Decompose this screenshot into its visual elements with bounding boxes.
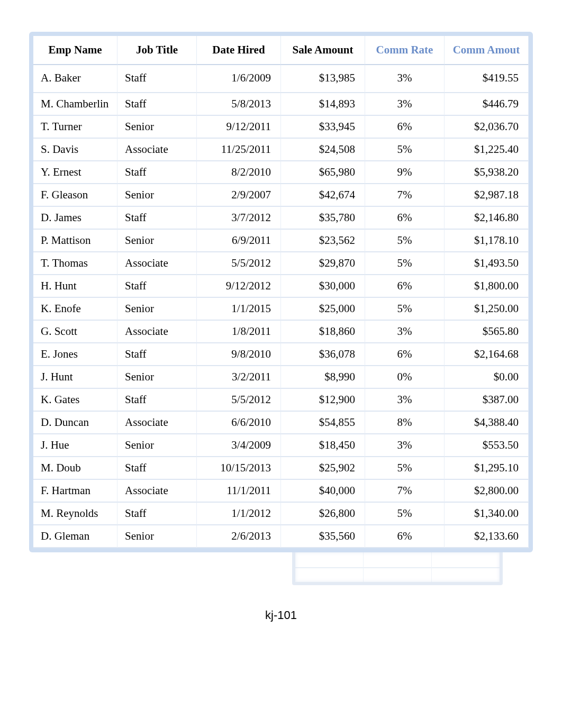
table-row: S. DavisAssociate11/25/2011$24,5085%$1,2… [33,139,529,161]
cell-comm-rate: 5% [365,503,445,525]
header-job-title: Job Title [117,36,197,65]
cell-comm-amount: $2,987.18 [445,184,529,207]
cell-date-hired: 9/12/2012 [197,275,281,298]
cell-comm-rate: 6% [365,207,445,230]
cell-sale-amount: $25,000 [281,298,365,321]
cell-comm-amount: $419.55 [445,65,529,93]
cell-job-title: Associate [117,412,197,434]
cell-comm-amount: $2,164.68 [445,343,529,366]
page-footer-label: kj-101 [29,585,533,622]
cell-sale-amount: $54,855 [281,412,365,434]
cell-sale-amount: $65,980 [281,161,365,184]
cell-sale-amount: $14,893 [281,93,365,116]
cell-comm-amount: $387.00 [445,389,529,412]
table-row: H. HuntStaff9/12/2012$30,0006%$1,800.00 [33,275,529,298]
cell-comm-amount: $2,133.60 [445,525,529,548]
cell-emp-name: Y. Ernest [33,161,117,184]
cell-date-hired: 2/6/2013 [197,525,281,548]
cell-job-title: Senior [117,366,197,389]
cell-emp-name: S. Davis [33,139,117,161]
cell-comm-rate: 5% [365,230,445,252]
cell-comm-rate: 5% [365,298,445,321]
cell-date-hired: 1/8/2011 [197,321,281,343]
cell-comm-rate: 7% [365,480,445,503]
cell-emp-name: T. Turner [33,116,117,139]
cell-comm-rate: 5% [365,252,445,275]
cell-comm-amount: $0.00 [445,366,529,389]
cell-sale-amount: $36,078 [281,343,365,366]
cell-comm-rate: 6% [365,343,445,366]
cell-sale-amount: $18,860 [281,321,365,343]
table-row: D. DuncanAssociate6/6/2010$54,8558%$4,38… [33,412,529,434]
cell-job-title: Staff [117,275,197,298]
header-comm-amount: Comm Amout [445,36,529,65]
cell-job-title: Associate [117,252,197,275]
cell-date-hired: 8/2/2010 [197,161,281,184]
cell-emp-name: P. Mattison [33,230,117,252]
cell-emp-name: K. Gates [33,389,117,412]
cell-job-title: Associate [117,321,197,343]
cell-emp-name: D. Gleman [33,525,117,548]
cell-comm-rate: 6% [365,116,445,139]
table-row: M. ReynoldsStaff1/1/2012$26,8005%$1,340.… [33,503,529,525]
cell-comm-amount: $1,178.10 [445,230,529,252]
cell-emp-name: M. Chamberlin [33,93,117,116]
cell-date-hired: 1/6/2009 [197,65,281,93]
cell-emp-name: G. Scott [33,321,117,343]
cell-job-title: Senior [117,184,197,207]
header-sale-amount: Sale Amount [281,36,365,65]
cell-emp-name: E. Jones [33,343,117,366]
cell-sale-amount: $23,562 [281,230,365,252]
cell-emp-name: F. Hartman [33,480,117,503]
cell-date-hired: 1/1/2012 [197,503,281,525]
table-row: A. BakerStaff1/6/2009$13,9853%$419.55 [33,65,529,93]
cell-comm-amount: $1,800.00 [445,275,529,298]
cell-sale-amount: $35,780 [281,207,365,230]
cell-emp-name: H. Hunt [33,275,117,298]
cell-job-title: Staff [117,161,197,184]
cell-date-hired: 3/7/2012 [197,207,281,230]
cell-sale-amount: $8,990 [281,366,365,389]
cell-date-hired: 5/5/2012 [197,389,281,412]
cell-comm-amount: $1,493.50 [445,252,529,275]
cell-sale-amount: $13,985 [281,65,365,93]
table-row: F. HartmanAssociate11/1/2011$40,0007%$2,… [33,480,529,503]
table-row: F. GleasonSenior2/9/2007$42,6747%$2,987.… [33,184,529,207]
cell-date-hired: 3/2/2011 [197,366,281,389]
cell-job-title: Senior [117,116,197,139]
cell-emp-name: F. Gleason [33,184,117,207]
cell-comm-rate: 3% [365,434,445,457]
cell-comm-rate: 0% [365,366,445,389]
table-row: J. HuntSenior3/2/2011$8,9900%$0.00 [33,366,529,389]
cell-date-hired: 11/1/2011 [197,480,281,503]
cell-job-title: Senior [117,298,197,321]
cell-job-title: Staff [117,503,197,525]
cell-date-hired: 6/9/2011 [197,230,281,252]
cell-comm-rate: 3% [365,65,445,93]
cell-comm-amount: $4,388.40 [445,412,529,434]
cell-sale-amount: $35,560 [281,525,365,548]
table-row: M. ChamberlinStaff5/8/2013$14,8933%$446.… [33,93,529,116]
table-row: T. ThomasAssociate5/5/2012$29,8705%$1,49… [33,252,529,275]
cell-comm-rate: 3% [365,389,445,412]
cell-comm-amount: $1,225.40 [445,139,529,161]
cell-comm-amount: $5,938.20 [445,161,529,184]
cell-sale-amount: $29,870 [281,252,365,275]
cell-sale-amount: $18,450 [281,434,365,457]
cell-sale-amount: $26,800 [281,503,365,525]
summary-box-empty [292,552,503,585]
cell-date-hired: 9/12/2011 [197,116,281,139]
cell-date-hired: 5/5/2012 [197,252,281,275]
cell-date-hired: 3/4/2009 [197,434,281,457]
cell-sale-amount: $30,000 [281,275,365,298]
cell-job-title: Staff [117,93,197,116]
cell-comm-rate: 5% [365,457,445,480]
cell-emp-name: D. James [33,207,117,230]
cell-date-hired: 9/8/2010 [197,343,281,366]
header-comm-rate: Comm Rate [365,36,445,65]
cell-sale-amount: $24,508 [281,139,365,161]
header-date-hired: Date Hired [197,36,281,65]
table-row: J. HueSenior3/4/2009$18,4503%$553.50 [33,434,529,457]
cell-comm-rate: 6% [365,525,445,548]
cell-emp-name: J. Hunt [33,366,117,389]
